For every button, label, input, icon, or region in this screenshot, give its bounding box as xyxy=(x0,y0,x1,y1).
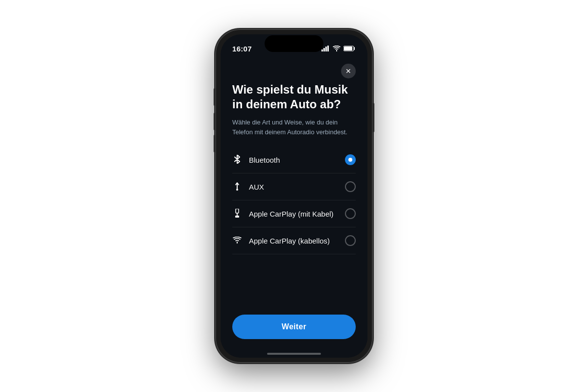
wifi-icon xyxy=(333,46,341,51)
option-carplay-cable[interactable]: Apple CarPlay (mit Kabel) xyxy=(232,200,356,227)
svg-rect-3 xyxy=(327,46,329,51)
option-carplay-wireless[interactable]: Apple CarPlay (kabellos) xyxy=(232,227,356,254)
phone-screen: 16:07 xyxy=(220,34,368,358)
option-carplay-cable-label: Apple CarPlay (mit Kabel) xyxy=(249,210,334,218)
home-bar xyxy=(267,353,321,355)
carplay-cable-icon xyxy=(232,209,242,219)
option-carplay-wireless-label: Apple CarPlay (kabellos) xyxy=(249,237,330,245)
svg-rect-5 xyxy=(344,47,352,50)
aux-icon xyxy=(232,182,242,192)
bottom-section: Weiter xyxy=(220,315,368,349)
weiter-button[interactable]: Weiter xyxy=(232,315,356,339)
close-button-row: ✕ xyxy=(232,64,356,78)
app-content: ✕ Wie spielst du Musik in deinem Auto ab… xyxy=(220,56,368,315)
scene: 16:07 xyxy=(0,0,588,392)
battery-icon xyxy=(343,46,356,51)
status-icons xyxy=(321,46,356,51)
svg-rect-1 xyxy=(323,48,325,51)
close-button[interactable]: ✕ xyxy=(341,64,356,78)
carplay-wireless-icon xyxy=(232,237,242,245)
home-indicator xyxy=(220,349,368,358)
dynamic-island xyxy=(265,35,323,52)
svg-rect-8 xyxy=(236,209,239,213)
options-list: Bluetooth xyxy=(232,147,356,254)
subtitle: Wähle die Art und Weise, wie du dein Tel… xyxy=(232,118,356,137)
svg-rect-10 xyxy=(235,216,239,218)
option-bluetooth-label: Bluetooth xyxy=(249,156,280,164)
bluetooth-icon xyxy=(232,155,242,165)
status-time: 16:07 xyxy=(232,45,252,53)
radio-aux xyxy=(345,181,356,192)
radio-carplay-wireless xyxy=(345,235,356,246)
option-aux[interactable]: AUX xyxy=(232,173,356,200)
svg-rect-2 xyxy=(325,47,327,51)
radio-bluetooth xyxy=(345,154,356,165)
option-aux-label: AUX xyxy=(249,183,264,191)
option-bluetooth[interactable]: Bluetooth xyxy=(232,147,356,173)
phone-frame: 16:07 xyxy=(216,29,372,363)
svg-rect-0 xyxy=(321,49,323,51)
main-title: Wie spielst du Musik in deinem Auto ab? xyxy=(232,82,356,112)
radio-carplay-cable xyxy=(345,208,356,219)
